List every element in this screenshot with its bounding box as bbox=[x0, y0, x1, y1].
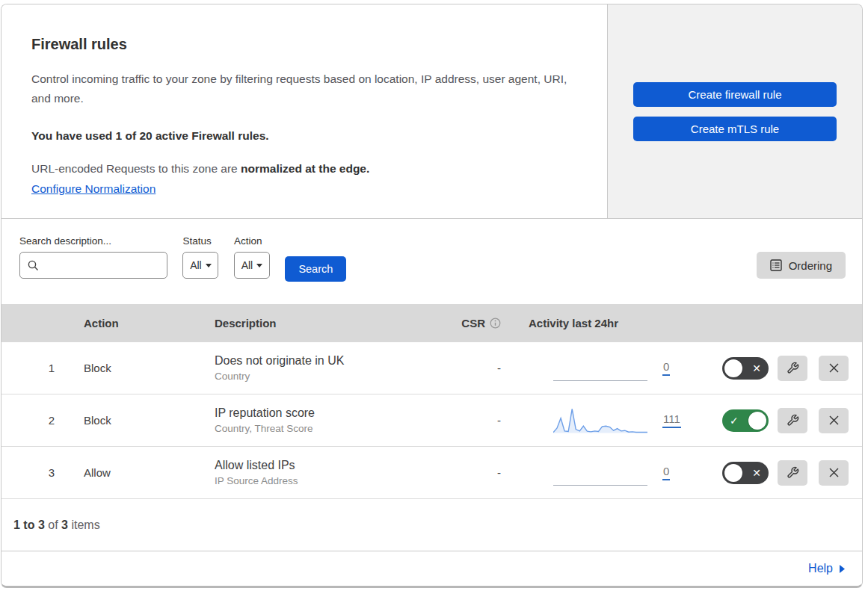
wrench-icon bbox=[787, 466, 799, 479]
firewall-rules-card: Firewall rules Control incoming traffic … bbox=[1, 4, 863, 588]
rule-fields: IP Source Address bbox=[215, 475, 454, 486]
ordering-button-label: Ordering bbox=[789, 259, 832, 272]
create-firewall-rule-button[interactable]: Create firewall rule bbox=[633, 82, 837, 107]
normalization-bold-text: normalized at the edge. bbox=[241, 162, 369, 175]
toggle-knob bbox=[748, 412, 766, 430]
normalization-note: URL-encoded Requests to this zone are no… bbox=[31, 162, 577, 176]
status-value: All bbox=[190, 259, 202, 271]
filter-bar: Search description... Status All Action … bbox=[1, 219, 862, 304]
description-column-header: Description bbox=[215, 317, 454, 329]
delete-rule-button[interactable] bbox=[819, 408, 849, 433]
search-label: Search description... bbox=[19, 235, 167, 247]
delete-rule-button[interactable] bbox=[819, 460, 849, 486]
activity-sparkline bbox=[553, 354, 647, 383]
chevron-down-icon bbox=[206, 264, 212, 267]
rule-activity-cell: 0 bbox=[501, 459, 686, 487]
table-row: 1 Block Does not originate in UK Country… bbox=[1, 342, 862, 394]
rule-action: Block bbox=[84, 362, 215, 374]
activity-sparkline bbox=[553, 459, 647, 487]
toggle-x-icon: ✕ bbox=[752, 467, 761, 477]
action-value: All bbox=[241, 259, 253, 271]
intro-panel: Firewall rules Control incoming traffic … bbox=[1, 4, 607, 218]
help-link[interactable]: Help bbox=[808, 562, 846, 575]
action-column-header: Action bbox=[84, 317, 215, 329]
table-row: 2 Block IP reputation score Country, Thr… bbox=[1, 394, 862, 447]
close-icon bbox=[828, 362, 840, 374]
rule-description-cell: IP reputation score Country, Threat Scor… bbox=[215, 406, 454, 434]
search-input[interactable] bbox=[45, 259, 159, 271]
info-icon[interactable] bbox=[490, 318, 501, 329]
action-label: Action bbox=[234, 235, 270, 247]
csr-header-label: CSR bbox=[461, 317, 485, 329]
delete-rule-button[interactable] bbox=[819, 356, 849, 381]
configure-normalization-link[interactable]: Configure Normalization bbox=[31, 182, 156, 195]
wrench-icon bbox=[787, 362, 799, 374]
search-button-group: Search bbox=[285, 256, 346, 282]
close-icon bbox=[828, 415, 840, 426]
chevron-down-icon bbox=[256, 264, 262, 267]
rule-description-cell: Does not originate in UK Country bbox=[215, 354, 454, 382]
rule-description: Allow listed IPs bbox=[215, 459, 454, 472]
pagination-summary: 1 to 3 of 3 items bbox=[1, 499, 862, 551]
rule-controls: ✓ ✕ bbox=[686, 408, 849, 433]
rule-priority: 1 bbox=[19, 362, 84, 374]
rule-description: IP reputation score bbox=[215, 406, 454, 420]
rule-controls: ✓ ✕ bbox=[686, 460, 849, 486]
normalization-text: URL-encoded Requests to this zone are bbox=[31, 162, 241, 175]
rule-csr-value: - bbox=[454, 466, 501, 479]
rule-enable-toggle[interactable]: ✓ ✕ bbox=[722, 462, 769, 484]
rule-activity-cell: 0 bbox=[501, 354, 686, 383]
top-section: Firewall rules Control incoming traffic … bbox=[1, 4, 862, 219]
page-description: Control incoming traffic to your zone by… bbox=[31, 69, 577, 108]
toggle-check-icon: ✓ bbox=[730, 415, 739, 425]
rule-enable-toggle[interactable]: ✓ ✕ bbox=[722, 357, 769, 380]
rule-enable-toggle[interactable]: ✓ ✕ bbox=[722, 409, 769, 432]
csr-column-header: CSR bbox=[454, 317, 501, 329]
chevron-right-icon bbox=[838, 564, 846, 574]
action-dropdown[interactable]: All bbox=[234, 252, 270, 279]
rule-priority: 2 bbox=[19, 414, 84, 427]
search-icon bbox=[28, 260, 39, 271]
page-title: Firewall rules bbox=[31, 36, 577, 53]
activity-count-link[interactable]: 0 bbox=[662, 360, 670, 376]
toggle-x-icon: ✕ bbox=[752, 362, 761, 373]
actions-panel: Create firewall rule Create mTLS rule bbox=[607, 4, 862, 218]
edit-rule-button[interactable] bbox=[778, 408, 807, 433]
rule-priority: 3 bbox=[19, 466, 84, 479]
rule-action: Block bbox=[84, 414, 215, 427]
help-link-label: Help bbox=[808, 562, 833, 575]
wrench-icon bbox=[787, 414, 799, 427]
rule-controls: ✓ ✕ bbox=[686, 356, 849, 381]
ordering-list-icon bbox=[770, 259, 782, 271]
search-box bbox=[19, 252, 167, 279]
close-icon bbox=[828, 467, 840, 478]
rule-csr-value: - bbox=[454, 362, 501, 374]
item-total: 3 bbox=[61, 519, 68, 531]
rule-csr-value: - bbox=[454, 414, 501, 427]
status-group: Status All bbox=[182, 235, 218, 279]
rule-fields: Country bbox=[215, 371, 454, 382]
edit-rule-button[interactable] bbox=[778, 460, 807, 486]
activity-count-link[interactable]: 0 bbox=[662, 465, 670, 480]
item-range: 1 to 3 bbox=[13, 519, 45, 531]
help-bar: Help bbox=[1, 551, 862, 586]
usage-summary: You have used 1 of 20 active Firewall ru… bbox=[31, 129, 577, 143]
activity-column-header: Activity last 24hr bbox=[501, 317, 686, 329]
rule-activity-cell: 111 bbox=[501, 406, 686, 435]
table-row: 3 Allow Allow listed IPs IP Source Addre… bbox=[1, 447, 862, 499]
ordering-button[interactable]: Ordering bbox=[757, 252, 846, 279]
status-dropdown[interactable]: All bbox=[182, 252, 218, 279]
search-group: Search description... bbox=[19, 235, 167, 279]
activity-sparkline bbox=[553, 406, 647, 435]
status-label: Status bbox=[182, 235, 218, 247]
activity-count-link[interactable]: 111 bbox=[662, 412, 681, 428]
search-button[interactable]: Search bbox=[285, 256, 346, 282]
rule-action: Allow bbox=[84, 466, 215, 479]
edit-rule-button[interactable] bbox=[778, 356, 807, 381]
toggle-knob bbox=[724, 359, 742, 377]
items-label: items bbox=[71, 519, 99, 531]
action-group: Action All bbox=[234, 235, 270, 279]
of-label: of bbox=[48, 519, 58, 531]
create-mtls-rule-button[interactable]: Create mTLS rule bbox=[633, 117, 837, 141]
toggle-knob bbox=[724, 464, 742, 482]
